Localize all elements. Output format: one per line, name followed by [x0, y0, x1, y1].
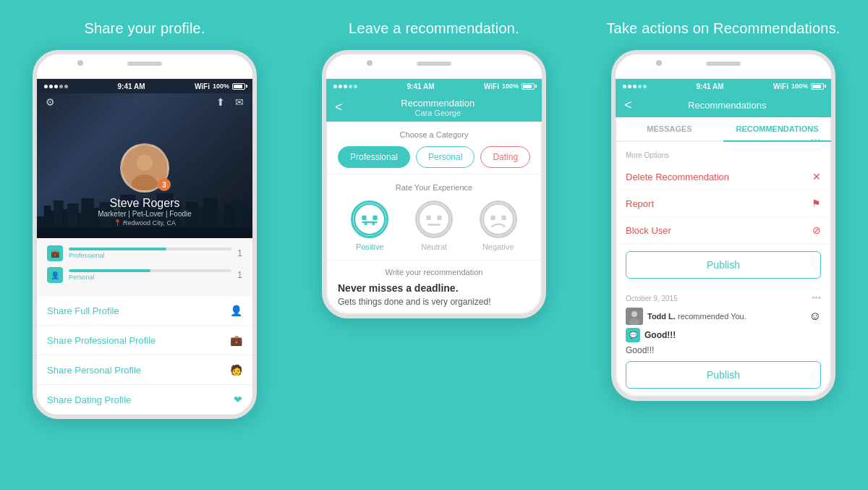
category-personal-btn[interactable]: Personal [416, 146, 475, 168]
time-1: 9:41 AM [117, 83, 145, 90]
battery-icon-3 [811, 83, 824, 90]
phone-2-top [326, 54, 542, 79]
battery-label-3: 100% [791, 83, 808, 90]
rec-body-text: Gets things done and is very organized! [338, 297, 530, 307]
positive-label: Positive [356, 242, 384, 251]
publish-bottom-button[interactable]: Publish [626, 361, 821, 389]
share-professional-label: Share Professional Profile [47, 335, 156, 346]
profile-top-icons: ⚙ ⬆ ✉ [37, 96, 252, 108]
svg-point-40 [482, 204, 513, 235]
emoji-positive[interactable]: Positive [351, 200, 388, 251]
back-button-2[interactable]: < [335, 100, 343, 115]
report-label: Report [626, 198, 654, 209]
speaker-2 [417, 62, 451, 66]
message-icon[interactable]: ✉ [235, 96, 244, 108]
msg-dots[interactable]: ••• [812, 293, 821, 303]
settings-icon[interactable]: ⚙ [46, 96, 55, 108]
emoji-negative[interactable]: Negative [480, 200, 517, 251]
tab-messages[interactable]: MESSAGES [616, 117, 723, 140]
share-dating-icon: ❤ [234, 394, 242, 405]
panel-2-title: Leave a recommendation. [349, 20, 519, 37]
professional-stat-icon: 💼 [47, 245, 63, 261]
panel-3-title: Take actions on Recommendations. [606, 20, 840, 37]
profile-background: ⚙ ⬆ ✉ 3 Steve Rogers Marketer [37, 93, 252, 238]
msg-avatar-svg [626, 308, 643, 325]
svg-rect-33 [362, 221, 378, 224]
msg-action-text: recommended You. [678, 312, 746, 321]
profile-stats: 💼 Professional 1 👤 Personal 1 [37, 238, 252, 296]
category-title: Choose a Category [338, 130, 530, 139]
tab-recommendations[interactable]: RECOMMENDATIONS [723, 117, 831, 142]
speaker-3 [706, 62, 741, 66]
avatar-wrap: 3 [120, 143, 169, 193]
rating-title: Rate Your Experience [338, 183, 530, 192]
phone-3-top [616, 54, 831, 79]
svg-point-30 [354, 204, 385, 235]
share-professional-profile[interactable]: Share Professional Profile 💼 [37, 326, 252, 355]
svg-rect-38 [437, 216, 441, 220]
positive-face [351, 200, 388, 238]
share-full-profile-icon: 👤 [230, 305, 242, 316]
location-pin-icon: 📍 [114, 219, 122, 227]
battery-label-2: 100% [502, 83, 519, 90]
time-2: 9:41 AM [407, 83, 434, 90]
personal-stat-icon: 👤 [47, 267, 63, 283]
share-icon[interactable]: ⬆ [216, 96, 225, 108]
msg-sender-text: Todd L. recommended You. [647, 312, 746, 321]
svg-rect-39 [427, 224, 441, 226]
delete-recommendation-action[interactable]: Delete Recommendation ✕ [616, 164, 831, 190]
emoji-neutral[interactable]: Neutral [415, 200, 453, 251]
signal-dots-3 [623, 85, 647, 88]
wifi-icon-3: WiFi [773, 83, 788, 90]
negative-label: Negative [482, 242, 514, 251]
nav-title-3: Recommendations [632, 100, 822, 111]
share-personal-label: Share Personal Profile [47, 365, 141, 376]
neutral-label: Neutral [421, 242, 446, 251]
battery-label-1: 100% [213, 83, 229, 90]
publish-top-button[interactable]: Publish [626, 251, 821, 279]
share-dating-profile[interactable]: Share Dating Profile ❤ [37, 385, 252, 415]
neutral-face [415, 200, 453, 238]
svg-rect-32 [373, 216, 378, 220]
back-button-3[interactable]: < [624, 98, 632, 113]
stat-row-personal: 👤 Personal 1 [47, 267, 242, 283]
share-list: Share Full Profile 👤 Share Professional … [37, 296, 252, 415]
rec-badge-icon: 💬 [626, 328, 640, 342]
write-title: Write your recommendation [338, 268, 530, 276]
share-dating-label: Share Dating Profile [47, 394, 131, 405]
block-user-action[interactable]: Block User ⊘ [616, 217, 831, 244]
rec-badge-text: Good!!! [644, 330, 676, 340]
tabs-bar: MESSAGES RECOMMENDATIONS [616, 117, 831, 142]
svg-rect-35 [373, 221, 375, 225]
camera-1 [77, 60, 83, 66]
stat-row-professional: 💼 Professional 1 [47, 245, 242, 261]
report-action[interactable]: Report ⚑ [616, 190, 831, 217]
professional-label: Professional [69, 252, 231, 259]
speaker-1 [127, 62, 162, 66]
personal-count: 1 [237, 270, 242, 280]
rec-nav-2: < Recommendation Cara George [326, 93, 542, 122]
status-bar-1: 9:41 AM WiFi 100% [37, 79, 252, 93]
share-full-profile[interactable]: Share Full Profile 👤 [37, 296, 252, 326]
signal-dots-2 [333, 85, 357, 88]
report-icon: ⚑ [812, 198, 821, 209]
share-professional-icon: 💼 [230, 334, 242, 346]
share-personal-profile[interactable]: Share Personal Profile 🧑 [37, 355, 252, 385]
delete-label: Delete Recommendation [626, 172, 729, 182]
profile-tagline: Marketer | Pet-Lover | Foodie [98, 210, 192, 218]
more-options-label: More Options [626, 151, 669, 159]
neutral-svg [417, 203, 451, 236]
wifi-icon-1: WiFi [195, 83, 210, 90]
block-icon: ⊘ [812, 224, 821, 236]
category-professional-btn[interactable]: Professional [338, 146, 410, 168]
svg-rect-41 [490, 216, 495, 220]
message-item: October 9, 2015 ••• Todd L. recommended … [616, 286, 831, 397]
wifi-icon-2: WiFi [484, 83, 499, 90]
msg-reaction-icon: ☺ [809, 310, 821, 323]
negative-face [480, 200, 517, 238]
write-section: Write your recommendation Never misses a… [326, 261, 542, 314]
publish-top-wrap: Publish [616, 244, 831, 286]
phone-1-top [37, 54, 252, 79]
delete-icon: ✕ [812, 171, 821, 182]
category-dating-btn[interactable]: Dating [480, 146, 530, 168]
